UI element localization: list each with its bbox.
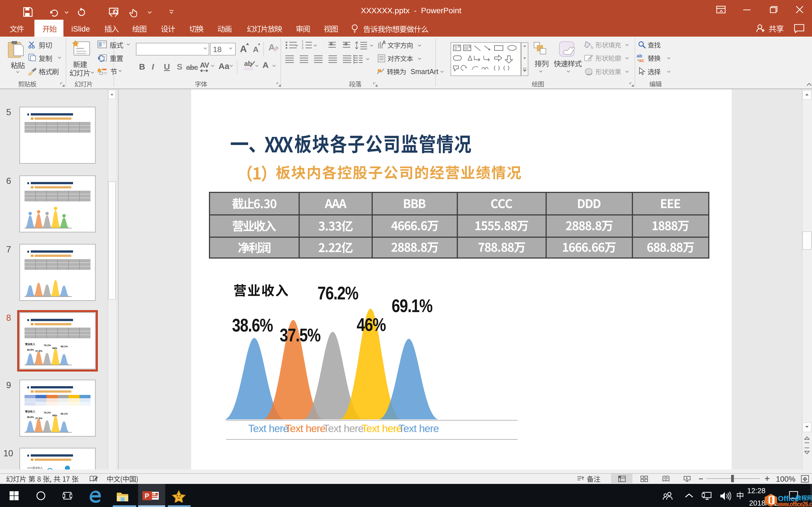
svg-text:46%: 46%: [52, 414, 57, 417]
svg-text:37.5%: 37.5%: [35, 349, 43, 352]
svg-text:A: A: [469, 45, 471, 48]
svg-text:A: A: [458, 45, 460, 48]
svg-text:76.2%: 76.2%: [44, 411, 51, 414]
svg-text:ac: ac: [639, 58, 644, 63]
svg-text:营业收入: 营业收入: [25, 343, 36, 346]
svg-text:38.8%: 38.8%: [27, 416, 34, 418]
svg-text:AAA营业收入: AAA营业收入: [28, 466, 43, 469]
svg-text:76.2%: 76.2%: [44, 344, 51, 347]
svg-text:69.1%: 69.1%: [61, 345, 68, 348]
svg-text:A: A: [382, 41, 386, 46]
svg-text:46%: 46%: [52, 347, 57, 349]
svg-text:69.1%: 69.1%: [61, 412, 68, 415]
svg-text:P: P: [145, 492, 149, 500]
svg-text:营业收入: 营业收入: [25, 410, 36, 413]
svg-text:38.8%: 38.8%: [27, 348, 34, 351]
svg-text:37.5%: 37.5%: [35, 417, 43, 420]
